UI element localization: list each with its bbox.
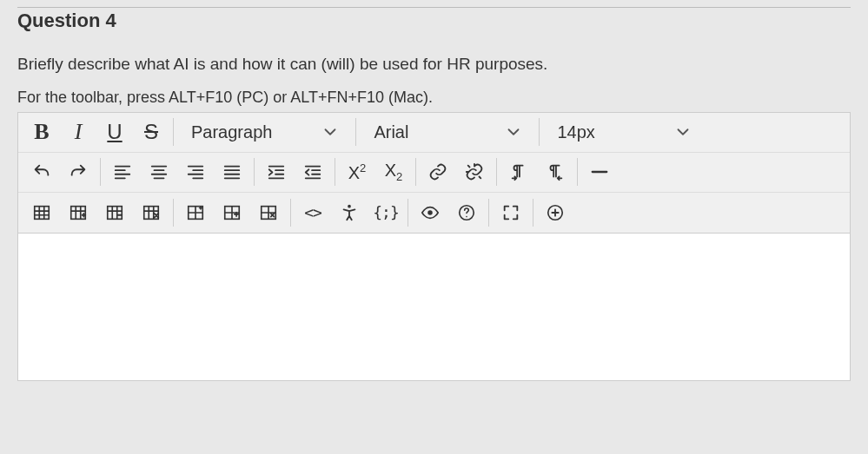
separator — [290, 199, 291, 227]
svg-point-8 — [427, 210, 433, 215]
separator — [577, 158, 578, 186]
font-size-select[interactable]: 14px — [543, 114, 704, 150]
link-icon — [428, 162, 447, 181]
toolbar-row-1: B I U S Paragraph Arial 14px — [18, 113, 850, 153]
block-format-select[interactable]: Paragraph — [177, 114, 352, 150]
separator — [355, 118, 356, 146]
toolbar-row-3: <> {;} — [18, 193, 850, 233]
align-right-icon — [186, 162, 205, 181]
chevron-down-icon — [321, 122, 340, 141]
italic-button[interactable]: I — [60, 114, 96, 150]
link-button[interactable] — [420, 154, 456, 190]
image-grid-x-icon — [259, 203, 278, 222]
svg-rect-0 — [35, 206, 50, 219]
chevron-down-icon — [504, 122, 523, 141]
indent-button[interactable] — [258, 154, 295, 190]
outdent-button[interactable] — [295, 154, 331, 190]
media-grid-icon — [186, 203, 205, 222]
image-grid-plus-icon — [222, 203, 242, 222]
outdent-icon — [303, 162, 322, 181]
separator — [173, 199, 174, 227]
separator — [254, 158, 255, 186]
align-right-button[interactable] — [177, 154, 214, 190]
preview-button[interactable] — [412, 194, 448, 231]
rich-text-toolbar: B I U S Paragraph Arial 14px — [17, 112, 851, 234]
table-row-delete-button[interactable] — [96, 194, 133, 231]
superscript-label: X2 — [348, 161, 367, 183]
separator — [539, 118, 540, 146]
table-row-add-button[interactable] — [60, 194, 96, 231]
separator — [407, 199, 408, 227]
fullscreen-icon — [501, 203, 520, 222]
eye-icon — [421, 203, 440, 222]
toolbar-row-2: X2 X2 — [18, 153, 850, 193]
font-size-label: 14px — [557, 122, 594, 142]
help-icon — [457, 203, 476, 222]
separator — [173, 118, 174, 146]
separator — [488, 199, 489, 227]
strikethrough-button[interactable]: S — [133, 114, 169, 150]
table-icon — [32, 203, 51, 222]
subscript-button[interactable]: X2 — [375, 154, 412, 190]
separator — [533, 199, 533, 227]
align-left-button[interactable] — [104, 154, 141, 190]
svg-point-7 — [348, 204, 351, 207]
hr-button[interactable] — [581, 154, 618, 190]
align-left-icon — [113, 162, 132, 181]
ltr-icon — [509, 162, 528, 181]
rtl-icon — [546, 162, 565, 181]
ltr-button[interactable] — [500, 154, 537, 190]
align-center-button[interactable] — [141, 154, 177, 190]
fullscreen-button[interactable] — [493, 194, 529, 231]
code-sample-button[interactable]: <> — [295, 194, 331, 231]
subscript-label: X2 — [385, 161, 403, 183]
code-label: <> — [304, 203, 321, 221]
redo-button[interactable] — [60, 154, 96, 190]
question-title: Question 4 — [17, 7, 851, 32]
font-family-select[interactable]: Arial — [360, 114, 535, 150]
separator — [100, 158, 101, 186]
block-format-label: Paragraph — [191, 122, 272, 142]
superscript-button[interactable]: X2 — [339, 154, 375, 190]
align-justify-icon — [222, 162, 242, 181]
svg-rect-2 — [108, 206, 123, 219]
separator — [496, 158, 497, 186]
question-prompt: Briefly describe what AI is and how it c… — [17, 53, 851, 76]
table-row-add-icon — [69, 203, 88, 222]
remove-image-button[interactable] — [250, 194, 287, 231]
align-center-icon — [149, 162, 169, 181]
unlink-icon — [465, 162, 484, 181]
insert-table-button[interactable] — [23, 194, 60, 231]
separator — [415, 158, 416, 186]
add-content-button[interactable] — [537, 194, 573, 231]
accessibility-icon — [340, 203, 359, 222]
help-button[interactable] — [448, 194, 485, 231]
table-row-delete-icon — [105, 203, 124, 222]
underline-button[interactable]: U — [96, 114, 133, 150]
insert-media-button[interactable] — [177, 194, 214, 231]
editor-content-area[interactable] — [17, 234, 851, 381]
braces-label: {;} — [373, 203, 399, 221]
indent-icon — [267, 162, 286, 181]
hr-icon — [590, 162, 609, 181]
insert-code-button[interactable]: {;} — [368, 194, 404, 231]
chevron-down-icon — [673, 122, 692, 141]
plus-circle-icon — [546, 203, 565, 222]
bold-button[interactable]: B — [23, 114, 60, 150]
rtl-button[interactable] — [537, 154, 573, 190]
unlink-button[interactable] — [456, 154, 493, 190]
font-family-label: Arial — [374, 122, 408, 142]
insert-image-button[interactable] — [214, 194, 250, 231]
accessibility-button[interactable] — [331, 194, 368, 231]
table-delete-icon — [142, 203, 161, 222]
toolbar-hint: For the toolbar, press ALT+F10 (PC) or A… — [17, 89, 851, 107]
align-justify-button[interactable] — [214, 154, 250, 190]
table-delete-button[interactable] — [133, 194, 169, 231]
undo-button[interactable] — [23, 154, 60, 190]
redo-icon — [69, 162, 88, 181]
svg-rect-3 — [144, 206, 159, 219]
undo-icon — [32, 162, 51, 181]
separator — [335, 158, 335, 186]
